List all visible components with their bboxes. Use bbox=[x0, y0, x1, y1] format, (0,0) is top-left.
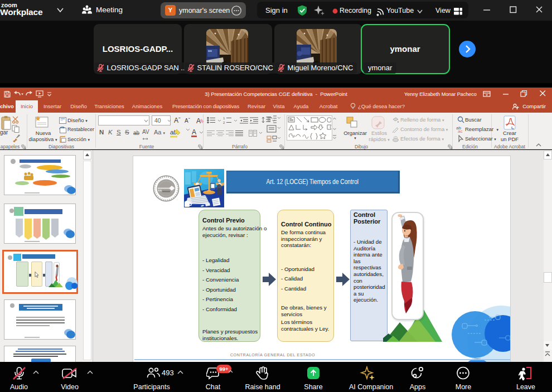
svg-text:1: 1 bbox=[223, 117, 225, 120]
svg-text:ac: ac bbox=[458, 129, 462, 133]
svg-text:2: 2 bbox=[223, 121, 225, 124]
svg-text:A: A bbox=[196, 117, 201, 125]
